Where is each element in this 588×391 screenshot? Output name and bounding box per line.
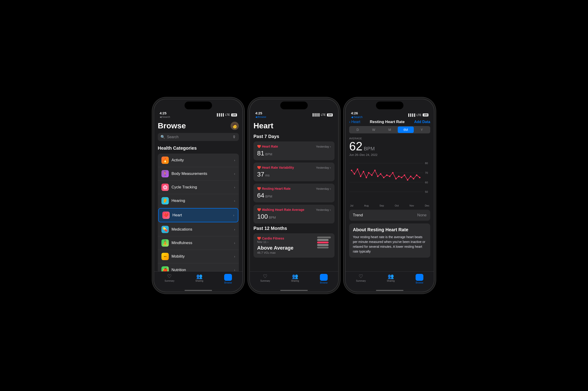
svg-point-23: [407, 179, 408, 181]
category-nutrition[interactable]: 🍎 Nutrition ›: [158, 263, 239, 271]
signal-icon: ▐▐▐▐: [216, 113, 224, 116]
bar-2: [317, 239, 328, 241]
heart-chevron: ›: [233, 213, 234, 217]
mindfulness-icon: 🧘: [161, 239, 169, 247]
mic-icon: 🎙: [232, 135, 236, 139]
back-nav-2[interactable]: ◀ Browse: [255, 115, 266, 118]
rhr-value: 64 BPM: [257, 192, 331, 199]
category-meds[interactable]: 💊 Medications ›: [158, 223, 239, 236]
period1-title: Past 7 Days: [254, 134, 334, 139]
time-6m[interactable]: 6M: [398, 126, 414, 133]
category-body[interactable]: 🚶 Body Measurements ›: [158, 167, 239, 181]
rhr-scroll[interactable]: D W M 6M Y AVERAGE 62 BPM Jun 26–Dec 24,…: [345, 126, 434, 271]
chart-x-labels: Jul Aug Sep Oct Nov Dec: [349, 204, 430, 207]
rhr-page-title: Resting Heart Rate: [370, 120, 405, 124]
back-nav-1[interactable]: ◀ Search: [160, 115, 170, 118]
back-nav-3: ◀ Search: [351, 115, 362, 119]
body-icon: 🚶: [161, 170, 169, 177]
back-heart-btn[interactable]: ‹ Heart: [349, 120, 360, 124]
home-indicator-3: [376, 290, 403, 291]
svg-point-7: [360, 176, 361, 177]
time-d[interactable]: D: [350, 126, 366, 133]
category-hearing[interactable]: 👂 Hearing ›: [158, 194, 239, 208]
svg-point-6: [357, 169, 358, 170]
user-avatar[interactable]: 🧑: [231, 122, 239, 130]
signal-icon-2: ▐▐▐▐: [312, 113, 320, 116]
cardio-when: Nov 11 ›: [257, 240, 314, 244]
tab-summary-3[interactable]: ♡ Summary: [356, 274, 366, 284]
category-activity[interactable]: 🔥 Activity ›: [158, 154, 239, 167]
time-w[interactable]: W: [366, 126, 382, 133]
browse-label-3: Browse: [416, 282, 423, 284]
time-1: 4:25: [160, 111, 170, 115]
heart-label: Heart: [172, 213, 230, 217]
home-indicator-2: [280, 290, 308, 291]
time-m[interactable]: M: [382, 126, 398, 133]
tab-browse-1[interactable]: ⊞ Browse: [224, 274, 232, 284]
time-y[interactable]: Y: [414, 126, 430, 133]
heart-rate-name: ❤️ Heart Rate: [257, 145, 278, 148]
category-mobility[interactable]: ↔️ Mobility ›: [158, 250, 239, 263]
search-icon: 🔍: [160, 135, 165, 139]
phone1-content: Browse 🧑 🔍 Search 🎙 Health Categories 🔥 …: [154, 119, 243, 292]
svg-point-18: [392, 172, 393, 174]
sharing-label: Sharing: [195, 280, 203, 282]
whr-header: ❤️ Walking Heart Rate Average Yesterday …: [257, 208, 331, 211]
dynamic-island-1: [185, 101, 212, 109]
tab-browse-2[interactable]: ⊞ Browse: [320, 274, 328, 284]
svg-point-12: [374, 170, 376, 171]
tab-sharing-1[interactable]: 👥 Sharing: [195, 274, 203, 284]
category-list: 🔥 Activity › 🚶 Body Measurements › 🌸 Cyc…: [158, 154, 239, 271]
heart-rate-header: ❤️ Heart Rate Yesterday ›: [257, 145, 331, 148]
tab-summary-2[interactable]: ♡ Summary: [260, 274, 270, 284]
svg-point-19: [395, 178, 396, 180]
search-placeholder: Search: [167, 135, 179, 139]
svg-text:50: 50: [425, 191, 428, 193]
category-heart[interactable]: ❤️ Heart ›: [158, 208, 238, 222]
tab-browse-3[interactable]: ⊞ Browse: [416, 274, 423, 284]
tab-summary-1[interactable]: ♡ Summary: [165, 274, 175, 284]
svg-point-25: [413, 178, 414, 180]
browse-icon-2: ⊞: [320, 274, 328, 281]
phone2-content: Heart Past 7 Days ❤️ Heart Rate Yesterda…: [250, 119, 338, 292]
svg-point-16: [386, 174, 388, 176]
add-data-btn[interactable]: Add Data: [414, 120, 430, 124]
battery-icon-2: 100: [327, 113, 333, 116]
heart-scroll[interactable]: Heart Past 7 Days ❤️ Heart Rate Yesterda…: [250, 119, 338, 271]
heart-rate-card[interactable]: ❤️ Heart Rate Yesterday › 81 BPM: [254, 141, 334, 160]
hrv-card[interactable]: ❤️ Heart Rate Variability Yesterday › 37…: [254, 163, 334, 181]
svg-point-13: [377, 176, 379, 177]
tab-sharing-3[interactable]: 👥 Sharing: [387, 274, 394, 284]
tab-sharing-2[interactable]: 👥 Sharing: [291, 274, 299, 284]
browse-label: Browse: [224, 282, 232, 284]
sharing-icon-3: 👥: [388, 274, 394, 279]
time-picker[interactable]: D W M 6M Y: [349, 126, 430, 133]
battery-icon: 100: [231, 113, 237, 116]
svg-point-8: [363, 171, 364, 172]
cycle-chevron: ›: [234, 186, 235, 189]
hearing-label: Hearing: [172, 198, 231, 203]
phone-rhr: 4:26 ◀ Search ▐▐▐▐ LTE 100 ‹ Heart Resti…: [345, 99, 434, 292]
summary-label: Summary: [165, 280, 175, 282]
sharing-icon: 👥: [196, 274, 202, 279]
phones-container: 4:25 ◀ Search ▐▐▐▐ LTE 100 Browse 🧑 🔍 Se…: [154, 99, 434, 292]
svg-point-26: [416, 174, 417, 176]
trend-card[interactable]: Trend None: [349, 210, 430, 221]
svg-text:70: 70: [425, 171, 428, 174]
trend-label: Trend: [353, 213, 363, 217]
browse-scroll[interactable]: Browse 🧑 🔍 Search 🎙 Health Categories 🔥 …: [154, 119, 243, 271]
bar-1: [317, 237, 331, 238]
tab-bar-3: ♡ Summary 👥 Sharing ⊞ Browse: [345, 271, 434, 289]
cardio-card[interactable]: ❤️ Cardio Fitness Nov 11 › Above Average…: [254, 233, 334, 258]
back-heart-label: Heart: [351, 120, 360, 124]
lte-label: LTE: [225, 113, 230, 116]
whr-card[interactable]: ❤️ Walking Heart Rate Average Yesterday …: [254, 205, 334, 223]
category-cycle[interactable]: 🌸 Cycle Tracking ›: [158, 181, 239, 194]
cardio-info: ❤️ Cardio Fitness Nov 11 › Above Average…: [257, 237, 314, 254]
rhr-card[interactable]: ❤️ Resting Heart Rate Yesterday › 64 BPM: [254, 184, 334, 202]
search-bar[interactable]: 🔍 Search 🎙: [158, 133, 239, 141]
dynamic-island-2: [280, 101, 308, 109]
summary-icon-3: ♡: [359, 274, 363, 279]
category-mindfulness[interactable]: 🧘 Mindfulness ›: [158, 236, 239, 250]
svg-point-27: [419, 177, 420, 178]
